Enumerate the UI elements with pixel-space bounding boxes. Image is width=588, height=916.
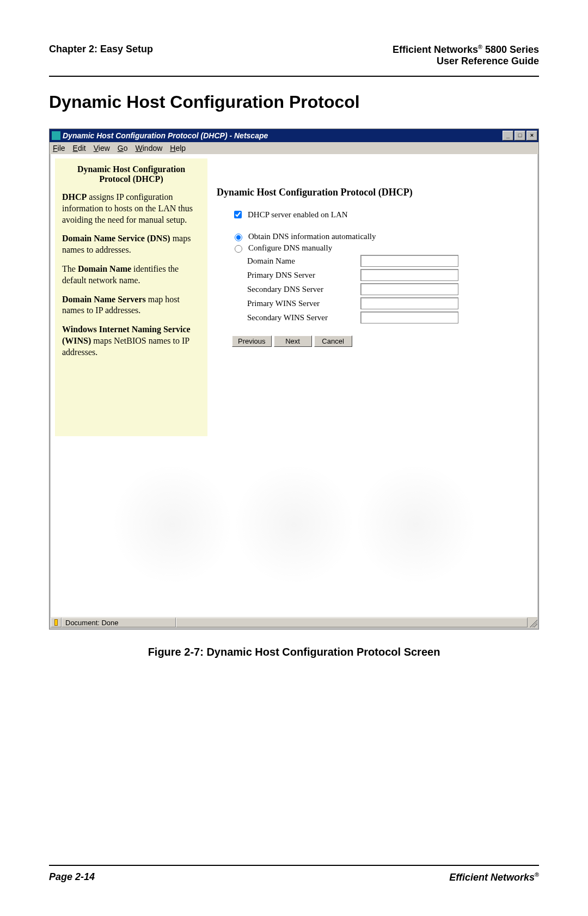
figure-caption: Figure 2-7: Dynamic Host Configuration P… [49,646,539,658]
main-form: Dynamic Host Configuration Protocol (DHC… [217,187,532,347]
section-heading: Dynamic Host Configuration Protocol [49,92,539,112]
menu-window[interactable]: Window [136,144,163,152]
close-button[interactable]: × [526,131,537,141]
dns-auto-radio[interactable] [235,234,242,241]
window-titlebar: Dynamic Host Configuration Protocol (DHC… [50,129,538,142]
menu-edit[interactable]: Edit [73,144,86,152]
page-footer: Page 2-14 Efficient Networks® [49,860,539,883]
secondary-wins-label: Secondary WINS Server [247,313,356,322]
domain-name-input[interactable] [360,255,458,267]
sidebar-title: Dynamic Host Configuration Protocol (DHC… [62,164,200,184]
primary-wins-row: Primary WINS Server [247,297,532,309]
primary-dns-label: Primary DNS Server [247,271,356,280]
sidebar-p-domain: The Domain Name identifies the default n… [62,264,200,286]
product-title: Efficient Networks® 5800 Series [393,44,539,56]
primary-dns-row: Primary DNS Server [247,269,532,281]
secondary-dns-row: Secondary DNS Server [247,283,532,295]
lock-icon [54,619,58,626]
menu-view[interactable]: View [94,144,110,152]
browser-window: Dynamic Host Configuration Protocol (DHC… [49,129,539,630]
dns-manual-label: Configure DNS manually [248,243,332,253]
chapter-label: Chapter 2: Easy Setup [49,44,153,55]
maximize-button[interactable]: □ [514,131,525,141]
footer-brand: Efficient Networks® [449,871,539,883]
status-text: Document: Done [62,618,176,627]
secondary-dns-input[interactable] [360,283,458,295]
previous-button[interactable]: Previous [232,335,272,347]
menu-help[interactable]: Help [170,144,186,152]
menu-file[interactable]: File [53,144,65,152]
resize-grip[interactable] [528,618,537,627]
registered-mark: ® [478,44,482,50]
minimize-button[interactable]: _ [503,131,513,141]
domain-name-row: Domain Name [247,255,532,267]
dhcp-enabled-row: DHCP server enabled on LAN [232,209,532,220]
header-rule [49,76,539,77]
menu-go[interactable]: Go [118,144,128,152]
dns-auto-row: Obtain DNS information automatically [232,232,532,241]
dns-manual-radio[interactable] [235,245,242,253]
sidebar-p-dhcp: DHCP assigns IP configuration informatio… [62,192,200,225]
dhcp-enabled-label: DHCP server enabled on LAN [248,210,348,219]
primary-wins-label: Primary WINS Server [247,299,356,308]
netscape-icon [52,131,60,140]
help-sidebar: Dynamic Host Configuration Protocol (DHC… [55,158,207,436]
series-label: 5800 Series [482,44,539,55]
guide-subtitle: User Reference Guide [393,56,539,67]
window-title: Dynamic Host Configuration Protocol (DHC… [63,131,268,140]
footer-rule [49,865,539,866]
button-row: Previous Next Cancel [232,335,532,347]
secondary-wins-input[interactable] [360,312,458,323]
dns-manual-row: Configure DNS manually [232,243,532,253]
menu-bar: File Edit View Go Window Help [50,142,538,154]
sidebar-p-wins: Windows Internet Naming Service (WINS) m… [62,324,200,358]
page-number: Page 2-14 [49,871,95,883]
sidebar-p-dnsservers: Domain Name Servers map host names to IP… [62,294,200,317]
form-heading: Dynamic Host Configuration Protocol (DHC… [217,187,532,198]
primary-wins-input[interactable] [360,297,458,309]
status-bar: Document: Done [51,617,537,628]
next-button[interactable]: Next [274,335,312,347]
status-icon-cell [51,618,62,627]
sidebar-p-dns: Domain Name Service (DNS) maps names to … [62,233,200,256]
content-area: Dynamic Host Configuration Protocol (DHC… [51,154,537,617]
dhcp-enabled-checkbox[interactable] [234,211,242,218]
secondary-wins-row: Secondary WINS Server [247,312,532,323]
primary-dns-input[interactable] [360,269,458,281]
cancel-button[interactable]: Cancel [314,335,352,347]
domain-name-label: Domain Name [247,257,356,266]
status-fill [176,618,528,627]
brand-name: Efficient Networks [393,44,478,55]
dns-auto-label: Obtain DNS information automatically [248,232,376,241]
secondary-dns-label: Secondary DNS Server [247,285,356,294]
